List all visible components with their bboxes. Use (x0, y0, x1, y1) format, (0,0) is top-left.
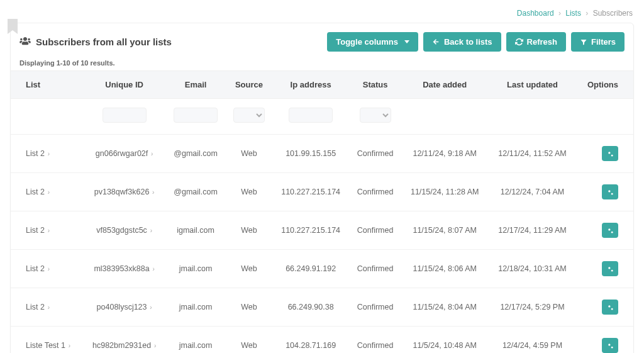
row-updated: 12/11/24, 11:52 AM (489, 135, 577, 173)
back-to-lists-button[interactable]: Back to lists (423, 32, 501, 52)
col-ip[interactable]: Ip address (272, 71, 350, 99)
row-options-button[interactable] (602, 223, 618, 238)
row-status: Confirmed (349, 135, 401, 173)
row-source: Web (226, 173, 272, 211)
col-list[interactable]: List (11, 71, 83, 99)
filter-ip[interactable] (289, 108, 333, 123)
col-uid[interactable]: Unique ID (83, 71, 165, 99)
chevron-right-icon: › (46, 227, 50, 234)
filter-uid[interactable] (103, 108, 147, 123)
svg-point-3 (611, 193, 613, 194)
row-ip: 101.99.15.155 (272, 135, 350, 173)
filter-row (11, 99, 633, 135)
row-added: 11/15/24, 8:07 AM (401, 211, 489, 250)
row-email: jmail.com (165, 250, 226, 288)
row-uid-link[interactable]: po408lyscj123 › (97, 303, 152, 311)
row-added: 12/11/24, 9:18 AM (401, 135, 489, 173)
chevron-right-icon: › (46, 150, 50, 157)
filter-source[interactable] (233, 108, 265, 123)
row-email: @gmail.com (165, 135, 226, 173)
row-added: 11/15/24, 8:04 AM (401, 288, 489, 327)
row-uid-link[interactable]: hc982bm2931ed › (92, 341, 156, 350)
row-ip: 104.28.71.169 (272, 327, 350, 354)
row-email: @gmail.com (165, 173, 226, 211)
row-status: Confirmed (349, 173, 401, 211)
row-options-button[interactable] (602, 261, 618, 276)
cogs-icon (606, 150, 614, 158)
filter-email[interactable] (174, 108, 218, 123)
svg-point-8 (608, 305, 610, 307)
svg-point-6 (608, 267, 610, 269)
filters-button[interactable]: Filters (571, 32, 625, 52)
chevron-right-icon: › (67, 342, 70, 349)
row-status: Confirmed (349, 211, 401, 250)
row-list-link[interactable]: List 2 › (26, 188, 50, 196)
breadcrumb-lists[interactable]: Lists (565, 9, 581, 18)
table-row: Liste Test 1 ›hc982bm2931ed ›jmail.comWe… (11, 327, 633, 354)
row-uid-link[interactable]: vf853gdgstc5c › (96, 226, 152, 235)
row-list-link[interactable]: Liste Test 1 › (26, 341, 70, 350)
row-uid-link[interactable]: pv138qwf3k626 › (94, 188, 155, 196)
chevron-right-icon: › (148, 304, 152, 311)
results-counter: Displaying 1-10 of 10 results. (11, 59, 633, 70)
row-list-link[interactable]: List 2 › (26, 303, 50, 311)
chevron-down-icon (404, 40, 409, 43)
row-added: 11/5/24, 10:48 AM (401, 327, 489, 354)
refresh-button[interactable]: Refresh (506, 32, 566, 52)
breadcrumb-sep: › (586, 9, 588, 18)
table-row: List 2 ›pv138qwf3k626 ›@gmail.comWeb110.… (11, 173, 633, 211)
cogs-icon (606, 342, 614, 350)
row-source: Web (226, 211, 272, 250)
row-options-button[interactable] (602, 300, 618, 315)
col-options: Options (576, 71, 633, 99)
svg-point-9 (611, 308, 613, 310)
cogs-icon (606, 227, 614, 235)
chevron-right-icon: › (46, 266, 50, 272)
col-added[interactable]: Date added (401, 71, 489, 99)
chevron-right-icon: › (149, 150, 153, 157)
main-card: Subscribers from all your lists Toggle c… (10, 23, 634, 353)
svg-point-1 (611, 154, 613, 156)
row-options-button[interactable] (602, 146, 618, 161)
row-options-button[interactable] (602, 338, 618, 353)
row-source: Web (226, 135, 272, 173)
row-options-button[interactable] (602, 184, 618, 199)
row-ip: 110.227.215.174 (272, 211, 350, 250)
breadcrumb-dashboard[interactable]: Dashboard (517, 9, 554, 18)
row-email: jmail.com (165, 288, 226, 327)
toggle-columns-button[interactable]: Toggle columns (327, 32, 418, 52)
row-source: Web (226, 250, 272, 288)
cogs-icon (606, 303, 614, 311)
chevron-right-icon: › (46, 304, 50, 311)
row-list-link[interactable]: List 2 › (26, 226, 50, 235)
row-email: igmail.com (165, 211, 226, 250)
row-added: 11/15/24, 11:28 AM (401, 173, 489, 211)
row-ip: 110.227.215.174 (272, 173, 350, 211)
action-bar: Toggle columns Back to lists Refresh Fil… (327, 32, 625, 52)
table-row: List 2 ›ml383953xk88a ›jmail.comWeb66.24… (11, 250, 633, 288)
row-uid-link[interactable]: ml383953xk88a › (94, 264, 154, 273)
chevron-right-icon: › (46, 189, 50, 196)
table-row: List 2 ›po408lyscj123 ›jmail.comWeb66.24… (11, 288, 633, 327)
row-list-link[interactable]: List 2 › (26, 149, 50, 158)
col-status[interactable]: Status (349, 71, 401, 99)
page-title: Subscribers from all your lists (36, 36, 172, 47)
users-icon (19, 36, 31, 47)
subscribers-table: List Unique ID Email Source Ip address S… (11, 70, 633, 353)
row-ip: 66.249.90.38 (272, 288, 350, 327)
table-row: List 2 ›gn066rwgar02f ›@gmail.comWeb101.… (11, 135, 633, 173)
chevron-right-icon: › (152, 342, 156, 349)
col-source[interactable]: Source (226, 71, 272, 99)
row-source: Web (226, 327, 272, 354)
row-uid-link[interactable]: gn066rwgar02f › (96, 149, 153, 158)
back-arrow-icon (432, 38, 440, 46)
chevron-right-icon: › (151, 266, 155, 272)
col-updated[interactable]: Last updated (489, 71, 577, 99)
row-updated: 12/17/24, 11:29 AM (489, 211, 577, 250)
filter-status[interactable] (360, 108, 391, 123)
col-email[interactable]: Email (165, 71, 226, 99)
row-list-link[interactable]: List 2 › (26, 264, 50, 273)
svg-point-4 (608, 228, 610, 230)
row-status: Confirmed (349, 327, 401, 354)
row-added: 11/15/24, 8:06 AM (401, 250, 489, 288)
